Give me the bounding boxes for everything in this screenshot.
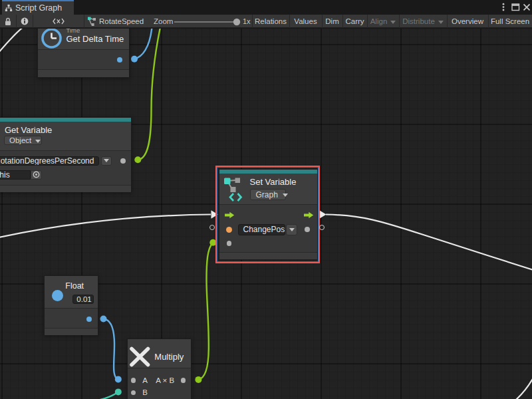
node-title: Multiply bbox=[154, 352, 184, 362]
graph-pointer-icon bbox=[87, 16, 98, 27]
zoom-slider[interactable] bbox=[170, 15, 250, 28]
wire-white-into-set-variable bbox=[0, 215, 211, 238]
variable-name-dropdown[interactable] bbox=[101, 156, 112, 166]
flow-port-input[interactable] bbox=[225, 211, 235, 219]
dim-button[interactable]: Dim bbox=[322, 15, 342, 28]
value-port-output[interactable] bbox=[86, 317, 92, 322]
value-port-output[interactable] bbox=[117, 57, 122, 63]
chevron-down-icon bbox=[289, 228, 295, 231]
wire-white-bottomright bbox=[515, 378, 532, 399]
window-controls bbox=[492, 0, 532, 15]
port-ring-left[interactable] bbox=[209, 225, 215, 230]
port-label-a: A bbox=[142, 376, 148, 384]
chevron-down-icon bbox=[283, 194, 288, 197]
maximize-icon[interactable] bbox=[512, 4, 519, 11]
button-label: Overview bbox=[452, 17, 483, 25]
dropdown-value: Object bbox=[9, 136, 31, 144]
node-title: Set Variable bbox=[250, 177, 297, 187]
button-label: Align bbox=[370, 17, 388, 25]
graph-name[interactable]: RotateSpeed bbox=[99, 15, 144, 28]
value-port-output[interactable] bbox=[181, 378, 186, 383]
node-footer bbox=[38, 69, 129, 77]
zoom-slider-handle[interactable] bbox=[233, 19, 240, 25]
node-kind-label: Time bbox=[66, 29, 80, 34]
code-view-button[interactable] bbox=[33, 15, 84, 28]
input-value: ChangePos bbox=[243, 225, 285, 234]
tab-bar: Script Graph bbox=[0, 0, 532, 15]
toolbar: RotateSpeed Zoom 1x Relations Values Dim… bbox=[0, 15, 532, 28]
info-button[interactable] bbox=[17, 15, 33, 28]
distribute-button[interactable]: Distribute bbox=[399, 15, 447, 28]
wire-white-out-of-set-variable bbox=[326, 215, 532, 271]
button-label: Full Screen bbox=[491, 17, 529, 25]
script-graph-icon bbox=[5, 4, 13, 12]
node-footer bbox=[45, 328, 98, 335]
button-label: Distribute bbox=[402, 17, 435, 25]
flow-port-output[interactable] bbox=[304, 211, 315, 219]
wire-end-dot bbox=[115, 388, 122, 395]
flow-connector-out bbox=[319, 210, 326, 218]
dropdown-value: Graph bbox=[256, 190, 278, 200]
chevron-down-icon bbox=[390, 21, 396, 24]
variable-name-input[interactable]: RotationDegreesPerSecond bbox=[0, 156, 99, 166]
set-variable-icon bbox=[223, 177, 249, 202]
multiply-icon bbox=[129, 346, 152, 368]
node-float[interactable]: Float 0.01 bbox=[44, 275, 98, 335]
variable-kind-dropdown[interactable]: Graph bbox=[250, 189, 286, 200]
relations-button[interactable]: Relations bbox=[252, 15, 289, 28]
wire-green-multiply-setvar bbox=[198, 243, 213, 380]
port-label-b: B bbox=[142, 388, 148, 396]
wire-end-dot bbox=[131, 56, 138, 63]
wire-blue-float-multiply bbox=[104, 319, 118, 380]
close-icon[interactable] bbox=[524, 4, 530, 10]
kebab-icon[interactable] bbox=[503, 3, 505, 11]
tab-title: Script Graph bbox=[15, 3, 62, 13]
node-footer bbox=[0, 185, 131, 192]
info-icon bbox=[21, 17, 29, 25]
values-button[interactable]: Values bbox=[289, 15, 322, 28]
node-get-delta-time[interactable]: Time Get Delta Time bbox=[37, 29, 130, 78]
button-label: Carry bbox=[345, 17, 364, 25]
input-value: 0.01 bbox=[76, 295, 91, 303]
value-port-input-a[interactable] bbox=[131, 378, 136, 383]
node-title: Get Variable bbox=[5, 125, 52, 135]
wire-end-dot bbox=[100, 316, 107, 323]
float-value-input[interactable]: 0.01 bbox=[72, 295, 94, 304]
wire-green-get-variable bbox=[138, 29, 160, 160]
input-value: This bbox=[0, 170, 10, 180]
variable-name-dropdown[interactable] bbox=[286, 224, 297, 236]
lock-button[interactable] bbox=[0, 15, 16, 28]
wire-white-topleft bbox=[0, 29, 23, 53]
code-icon bbox=[53, 18, 65, 25]
node-multiply[interactable]: Multiply A A × B B bbox=[127, 338, 192, 399]
node-title: Float bbox=[65, 281, 84, 291]
value-port-output[interactable] bbox=[120, 158, 126, 164]
object-picker-icon bbox=[33, 171, 40, 178]
variable-kind-dropdown[interactable]: Object bbox=[4, 136, 42, 145]
node-get-variable[interactable]: Get Variable Object RotationDegreesPerSe… bbox=[0, 117, 132, 192]
wire-blue-delta-time bbox=[134, 29, 152, 59]
node-set-variable[interactable]: Set Variable Graph ChangePos bbox=[219, 169, 318, 260]
float-icon bbox=[52, 290, 63, 301]
align-button[interactable]: Align bbox=[367, 15, 399, 28]
carry-button[interactable]: Carry bbox=[342, 15, 367, 28]
toolbar-separator bbox=[84, 15, 84, 28]
chevron-down-icon bbox=[104, 159, 109, 162]
object-picker-button[interactable] bbox=[31, 170, 43, 180]
node-footer bbox=[219, 252, 317, 259]
port-label-result: A × B bbox=[156, 376, 174, 384]
fullscreen-button[interactable]: Full Screen bbox=[488, 15, 532, 28]
tab-script-graph[interactable]: Script Graph bbox=[2, 0, 74, 15]
value-port-input-name[interactable] bbox=[226, 227, 232, 233]
object-field[interactable]: This bbox=[0, 170, 31, 180]
variable-name-input[interactable]: ChangePos bbox=[238, 224, 285, 236]
value-port-input[interactable] bbox=[227, 241, 232, 246]
value-port-output[interactable] bbox=[305, 227, 310, 232]
button-label: Values bbox=[294, 17, 317, 25]
wire-end-dot bbox=[115, 376, 122, 382]
lock-icon bbox=[4, 17, 12, 26]
graph-canvas[interactable]: Time Get Delta Time Get Variable Object … bbox=[0, 29, 532, 399]
chevron-down-icon bbox=[438, 21, 444, 24]
overview-button[interactable]: Overview bbox=[447, 15, 488, 28]
node-title: Get Delta Time bbox=[66, 34, 124, 44]
